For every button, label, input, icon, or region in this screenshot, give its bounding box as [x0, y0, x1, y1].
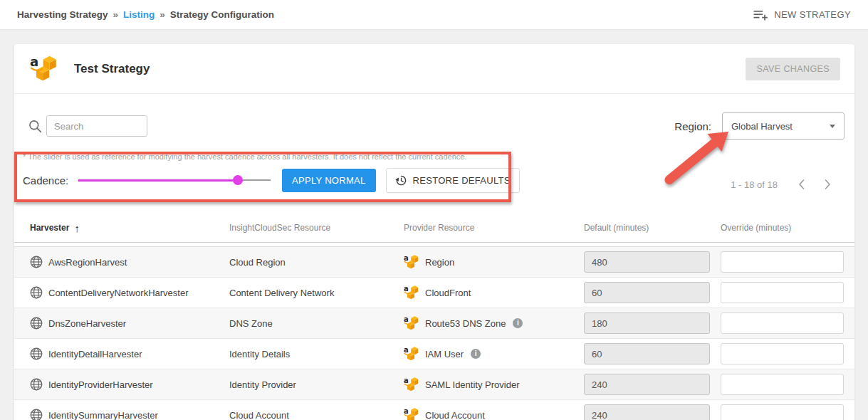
strategy-card: Test Strategy SAVE CHANGES Region: Globa…: [14, 44, 854, 420]
ics-resource-name: Cloud Region: [229, 257, 286, 268]
harvester-name: IdentityProviderHarvester: [48, 379, 153, 390]
breadcrumb-root: Harvesting Strategy: [17, 9, 108, 20]
search-group: [28, 115, 147, 137]
table-row: DnsZoneHarvester DNS Zone Route53 DNS Zo…: [14, 308, 854, 339]
override-minutes-input[interactable]: [721, 313, 844, 334]
breadcrumb-separator: »: [113, 9, 119, 20]
default-minutes-cell: [584, 374, 721, 395]
override-minutes-cell: [721, 343, 844, 364]
column-header-ics-resource: InsightCloudSec Resource: [229, 223, 404, 233]
aws-icon: [404, 377, 419, 392]
column-header-provider-resource: Provider Resource: [404, 223, 584, 233]
table-row: IdentitySummaryHarvester Cloud Account C…: [14, 400, 854, 420]
provider-resource-cell: Cloud Account i: [404, 408, 584, 420]
harvester-name: DnsZoneHarvester: [48, 318, 126, 329]
restore-history-icon: [395, 174, 407, 187]
override-minutes-input[interactable]: [721, 282, 844, 303]
breadcrumb-separator: »: [160, 9, 165, 20]
new-strategy-label: NEW STRATEGY: [774, 9, 851, 20]
provider-resource-cell: Route53 DNS Zone i: [404, 316, 584, 330]
aws-icon: [404, 255, 419, 269]
globe-icon: [30, 378, 43, 391]
provider-resource-name: SAML Identity Provider: [425, 379, 519, 390]
default-minutes-input: [584, 251, 710, 273]
cadence-controls: Cadence: APPLY NORMAL RESTORE DEFAULTS: [23, 168, 854, 192]
search-input[interactable]: [46, 115, 147, 137]
info-icon[interactable]: i: [513, 318, 523, 328]
default-minutes-input: [584, 313, 710, 334]
provider-resource-name: CloudFront: [425, 288, 471, 298]
harvester-cell: AwsRegionHarvest: [30, 256, 229, 268]
column-header-harvester-label: Harvester: [30, 223, 69, 233]
default-minutes-input: [584, 404, 710, 420]
default-minutes-cell: [584, 313, 721, 334]
globe-icon: [30, 256, 43, 268]
column-header-override-minutes: Override (minutes): [721, 223, 844, 233]
ics-resource-cell: DNS Zone: [229, 318, 404, 329]
region-selected-value: Global Harvest: [731, 121, 793, 132]
column-header-default-minutes: Default (minutes): [584, 223, 721, 233]
override-minutes-input[interactable]: [721, 404, 844, 420]
cadence-slider[interactable]: [78, 175, 271, 185]
info-icon[interactable]: i: [471, 349, 481, 359]
table-header: Harvester ↑ InsightCloudSec Resource Pro…: [14, 214, 854, 243]
pagination-next-button[interactable]: [822, 177, 833, 191]
slider-fill: [78, 179, 238, 182]
provider-resource-cell: IAM User i: [404, 347, 584, 361]
add-list-icon: [753, 9, 768, 21]
new-strategy-button[interactable]: NEW STRATEGY: [753, 9, 851, 21]
ics-resource-cell: Identity Details: [229, 349, 404, 359]
breadcrumb-current: Strategy Configuration: [170, 9, 274, 20]
override-minutes-cell: [721, 313, 844, 334]
pagination: 1 - 18 of 18: [731, 174, 833, 195]
pagination-prev-button[interactable]: [796, 177, 807, 191]
save-changes-button[interactable]: SAVE CHANGES: [746, 58, 840, 80]
harvester-cell: IdentitySummaryHarvester: [30, 409, 229, 420]
column-header-harvester[interactable]: Harvester ↑: [30, 222, 229, 234]
ics-resource-name: Identity Provider: [229, 379, 296, 390]
restore-defaults-label: RESTORE DEFAULTS: [413, 175, 511, 186]
chevron-left-icon: [798, 179, 805, 190]
provider-resource-name: Cloud Account: [425, 410, 485, 420]
aws-icon: [404, 347, 419, 361]
harvester-name: AwsRegionHarvest: [48, 257, 127, 268]
harvester-name: IdentityDetailHarvester: [48, 349, 142, 359]
cadence-note: * The slider is used as reference for mo…: [23, 152, 854, 162]
table-row: IdentityProviderHarvester Identity Provi…: [14, 369, 854, 400]
harvester-cell: ContentDeliveryNetworkHarvester: [30, 286, 229, 299]
override-minutes-cell: [721, 374, 844, 395]
breadcrumb-link-listing[interactable]: Listing: [123, 9, 155, 20]
card-header: Test Strategy SAVE CHANGES: [14, 44, 854, 94]
override-minutes-input[interactable]: [721, 251, 844, 273]
sort-asc-icon: ↑: [74, 222, 80, 234]
cadence-label: Cadence:: [23, 174, 71, 187]
slider-thumb[interactable]: [233, 175, 243, 185]
default-minutes-cell: [584, 343, 721, 364]
table-row: IdentityDetailHarvester Identity Details…: [14, 339, 854, 369]
table-row: ContentDeliveryNetworkHarvester Content …: [14, 278, 854, 308]
globe-icon: [30, 317, 43, 330]
harvester-name: ContentDeliveryNetworkHarvester: [48, 288, 189, 298]
override-minutes-input[interactable]: [721, 374, 844, 395]
default-minutes-input: [584, 343, 710, 364]
table-body: AwsRegionHarvest Cloud Region Region i C…: [14, 246, 854, 420]
override-minutes-cell: [721, 282, 844, 303]
provider-resource-name: IAM User: [425, 349, 464, 359]
ics-resource-cell: Cloud Region: [229, 257, 404, 268]
region-dropdown[interactable]: Global Harvest: [722, 112, 845, 140]
override-minutes-input[interactable]: [721, 343, 844, 364]
table-row: AwsRegionHarvest Cloud Region Region i: [14, 247, 854, 278]
globe-icon: [30, 286, 43, 299]
apply-normal-button[interactable]: APPLY NORMAL: [282, 169, 376, 192]
ics-resource-cell: Content Delivery Network: [229, 288, 404, 298]
provider-resource-cell: SAML Identity Provider i: [404, 377, 584, 392]
default-minutes-cell: [584, 251, 721, 273]
globe-icon: [30, 409, 43, 420]
harvester-cell: DnsZoneHarvester: [30, 317, 229, 330]
aws-icon: [404, 285, 419, 300]
page-title: Test Strategy: [74, 62, 746, 76]
ics-resource-name: DNS Zone: [229, 318, 273, 329]
default-minutes-input: [584, 374, 710, 395]
search-icon: [28, 120, 42, 133]
restore-defaults-button[interactable]: RESTORE DEFAULTS: [386, 168, 520, 193]
